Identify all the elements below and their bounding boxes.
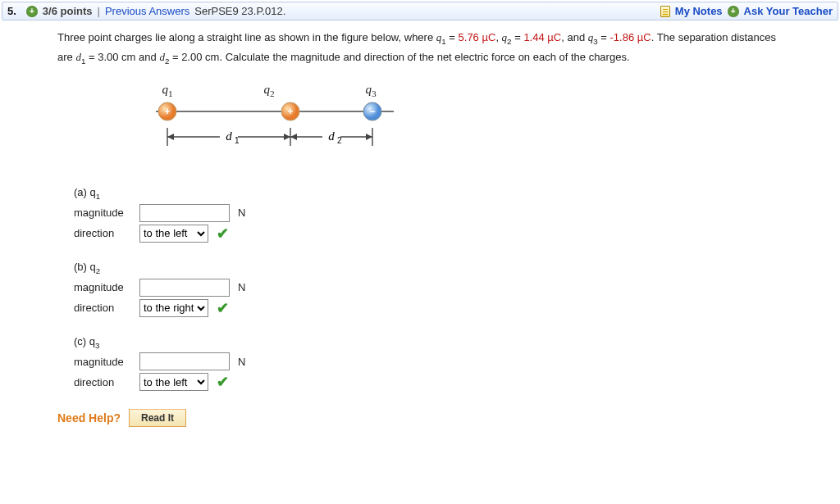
unit: µC bbox=[482, 31, 495, 43]
previous-answers-link[interactable]: Previous Answers bbox=[105, 5, 189, 17]
direction-select-c[interactable]: to the left to the right bbox=[139, 373, 208, 391]
part-a-title: (a) q1 bbox=[74, 186, 778, 201]
q1-value: 5.76 bbox=[459, 31, 479, 43]
magnitude-input-a[interactable] bbox=[139, 204, 230, 222]
part-a: (a) q1 magnitude N direction to the left… bbox=[74, 186, 778, 243]
svg-text:d: d bbox=[328, 129, 335, 143]
check-icon: ✔ bbox=[217, 299, 229, 317]
q3-value: -1.86 bbox=[610, 31, 635, 43]
ask-teacher-link[interactable]: Ask Your Teacher bbox=[744, 5, 833, 17]
question-header: 5. + 3/6 points | Previous Answers SerPS… bbox=[2, 2, 838, 20]
magnitude-label: magnitude bbox=[74, 207, 131, 219]
assignment-code: SerPSE9 23.P.012. bbox=[194, 5, 285, 17]
svg-text:+: + bbox=[287, 106, 293, 117]
svg-marker-13 bbox=[284, 134, 290, 140]
magnitude-label: magnitude bbox=[74, 281, 131, 293]
direction-select-a[interactable]: to the left to the right bbox=[139, 225, 208, 243]
problem-statement: Three point charges lie along a straight… bbox=[57, 29, 778, 68]
check-icon: ✔ bbox=[217, 373, 229, 391]
question-number: 5. bbox=[7, 5, 16, 17]
svg-marker-19 bbox=[366, 134, 372, 140]
check-icon: ✔ bbox=[217, 225, 229, 243]
part-c: (c) q3 magnitude N direction to the left… bbox=[74, 335, 778, 392]
svg-marker-17 bbox=[290, 134, 297, 140]
part-b: (b) q2 magnitude N direction to the righ… bbox=[74, 261, 778, 317]
d1-value: 3.00 bbox=[98, 51, 118, 63]
d2-value: 2.00 bbox=[181, 51, 202, 63]
q2-value: 1.44 bbox=[523, 31, 544, 43]
problem-content: Three point charges lie along a straight… bbox=[0, 22, 788, 442]
separator: | bbox=[98, 5, 100, 17]
unit-n: N bbox=[238, 356, 245, 368]
cm: cm bbox=[205, 51, 219, 63]
points: 3/6 points bbox=[43, 5, 93, 17]
unit: µC bbox=[547, 31, 561, 43]
direction-label: direction bbox=[74, 376, 131, 388]
figure: q1 q2 q3 + + − bbox=[156, 83, 778, 166]
magnitude-input-c[interactable] bbox=[139, 352, 230, 370]
svg-marker-11 bbox=[167, 134, 174, 140]
direction-label: direction bbox=[74, 227, 131, 239]
svg-text:+: + bbox=[164, 106, 170, 117]
need-help-label: Need Help? bbox=[57, 411, 121, 425]
unit-n: N bbox=[238, 281, 245, 293]
expand-icon[interactable]: + bbox=[26, 6, 38, 17]
need-help: Need Help? Read It bbox=[57, 409, 778, 427]
text: . Calculate the magnitude and direction … bbox=[219, 51, 629, 63]
part-c-title: (c) q3 bbox=[74, 335, 778, 350]
part-b-title: (b) q2 bbox=[74, 261, 778, 275]
svg-text:1: 1 bbox=[235, 136, 240, 145]
read-it-button[interactable]: Read It bbox=[129, 409, 186, 427]
direction-select-b[interactable]: to the right to the left bbox=[139, 299, 208, 317]
svg-text:−: − bbox=[369, 106, 375, 117]
direction-label: direction bbox=[74, 302, 131, 314]
svg-text:2: 2 bbox=[337, 136, 342, 145]
plus-icon: + bbox=[728, 6, 739, 17]
notes-icon bbox=[660, 6, 670, 17]
unit-n: N bbox=[238, 207, 245, 219]
svg-text:d: d bbox=[226, 129, 232, 143]
cm: cm bbox=[121, 51, 135, 63]
magnitude-label: magnitude bbox=[74, 356, 131, 368]
magnitude-input-b[interactable] bbox=[139, 279, 230, 297]
text: Three point charges lie along a straight… bbox=[57, 31, 436, 43]
my-notes-link[interactable]: My Notes bbox=[675, 5, 723, 17]
unit: µC bbox=[637, 31, 651, 43]
